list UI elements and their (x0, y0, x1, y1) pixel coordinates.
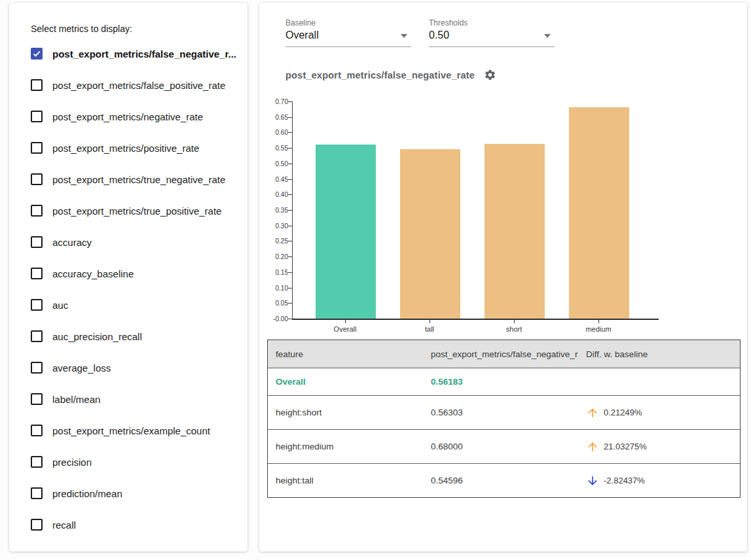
metric-option-label: label/mean (52, 394, 100, 405)
checkbox-unchecked-icon[interactable] (31, 425, 43, 436)
metric-table: feature post_export_metrics/false_negati… (267, 340, 741, 498)
bar-Overall (316, 145, 376, 319)
metric-option-11[interactable]: label/mean (31, 383, 241, 415)
checkbox-unchecked-icon[interactable] (31, 456, 43, 468)
y-axis-label: 0.60 (262, 129, 288, 136)
checkbox-unchecked-icon[interactable] (31, 79, 43, 91)
metric-option-8[interactable]: auc (31, 289, 241, 321)
table-row-height:short: height:short0.563030.21249% (268, 395, 740, 429)
checkbox-unchecked-icon[interactable] (31, 330, 43, 342)
metric-option-14[interactable]: prediction/mean (31, 478, 241, 509)
y-axis-tick (288, 241, 292, 241)
feature-cell: height:tall (268, 476, 423, 485)
thresholds-select[interactable]: Thresholds 0.50 (429, 18, 555, 47)
checkbox-unchecked-icon[interactable] (31, 268, 43, 279)
y-axis-label: 0.20 (262, 253, 288, 260)
y-axis-tick (288, 164, 292, 164)
metric-option-5[interactable]: post_export_metrics/true_positive_rate (31, 195, 241, 226)
metric-selector-title: Select metrics to display: (31, 24, 132, 34)
thresholds-select-value[interactable]: 0.50 (429, 29, 555, 47)
baseline-select[interactable]: Baseline Overall (285, 18, 411, 47)
y-axis-tick (288, 194, 292, 195)
fairness-indicators-widget: Select metrics to display: post_export_m… (0, 0, 751, 560)
metric-option-0[interactable]: post_export_metrics/false_negative_r... (31, 38, 241, 69)
bar-tall (400, 149, 460, 319)
y-axis-label: 0.40 (262, 191, 288, 198)
y-axis-label: 0.45 (262, 176, 288, 183)
arrow-down-icon (586, 474, 599, 487)
x-axis-tick (514, 320, 515, 323)
chart-x-axis (292, 319, 659, 320)
checkbox-unchecked-icon[interactable] (31, 173, 43, 185)
checkbox-unchecked-icon[interactable] (31, 362, 43, 374)
column-header-metric: post_export_metrics/false_negative_rat..… (423, 349, 578, 359)
metric-option-label: post_export_metrics/example_count (52, 425, 210, 436)
metric-option-13[interactable]: precision (31, 446, 241, 478)
metric-option-label: recall (52, 519, 76, 531)
y-axis-label: -0.00 (262, 315, 288, 323)
metric-option-15[interactable]: recall (31, 509, 241, 540)
diff-value: 0.21249% (604, 408, 642, 417)
metric-option-label: auc_precision_recall (52, 331, 142, 342)
baseline-select-value[interactable]: Overall (285, 29, 411, 47)
table-row-height:medium: height:medium0.6800021.03275% (268, 429, 740, 463)
y-axis-tick (288, 319, 292, 319)
diff-cell: -2.82437% (578, 474, 740, 487)
y-axis-label: 0.05 (262, 300, 288, 307)
metric-option-3[interactable]: post_export_metrics/positive_rate (31, 132, 241, 164)
metric-checkbox-list: post_export_metrics/false_negative_r...p… (31, 38, 241, 540)
feature-cell: height:medium (268, 442, 423, 451)
y-axis-tick (288, 256, 292, 257)
y-axis-label: 0.25 (262, 237, 288, 245)
metric-option-9[interactable]: auc_precision_recall (31, 321, 241, 352)
metric-option-label: post_export_metrics/positive_rate (52, 143, 199, 154)
x-axis-tick (598, 320, 599, 323)
table-row-height:tall: height:tall0.54596-2.82437% (268, 463, 740, 497)
chevron-down-icon (401, 34, 407, 38)
x-axis-label-short: short (475, 325, 553, 333)
y-axis-label: 0.50 (262, 160, 288, 167)
x-axis-tick (430, 320, 430, 323)
metric-selector-panel: Select metrics to display: post_export_m… (9, 3, 247, 551)
metric-option-label: post_export_metrics/false_positive_rate (52, 80, 225, 91)
metric-option-2[interactable]: post_export_metrics/negative_rate (31, 101, 241, 132)
checkbox-unchecked-icon[interactable] (31, 519, 43, 531)
metric-results-panel: Baseline Overall Thresholds 0.50 post_ex… (259, 3, 747, 551)
checkbox-unchecked-icon[interactable] (31, 393, 43, 405)
y-axis-tick (288, 288, 292, 289)
checkbox-unchecked-icon[interactable] (31, 111, 43, 122)
chart-plot-area (292, 101, 658, 319)
metric-option-7[interactable]: accuracy_baseline (31, 258, 241, 289)
y-axis-tick (288, 132, 292, 133)
gear-icon[interactable] (484, 69, 497, 82)
checkbox-unchecked-icon[interactable] (31, 205, 43, 217)
checkbox-unchecked-icon[interactable] (31, 142, 43, 154)
y-axis-tick (288, 272, 292, 273)
metric-option-label: auc (52, 300, 68, 311)
metric-option-12[interactable]: post_export_metrics/example_count (31, 415, 241, 446)
arrow-up-icon (586, 406, 599, 419)
metric-option-label: prediction/mean (52, 488, 122, 499)
bar-medium (569, 107, 629, 319)
metric-option-label: average_loss (52, 362, 111, 374)
y-axis-tick (288, 117, 292, 118)
thresholds-select-label: Thresholds (429, 18, 555, 27)
baseline-select-label: Baseline (285, 18, 411, 27)
metric-option-label: accuracy_baseline (52, 268, 134, 279)
bar-short (485, 144, 545, 319)
checkbox-unchecked-icon[interactable] (31, 487, 43, 499)
metric-option-label: post_export_metrics/true_negative_rate (52, 174, 225, 185)
checkbox-unchecked-icon[interactable] (31, 299, 43, 311)
feature-cell: Overall (268, 377, 423, 387)
metric-option-1[interactable]: post_export_metrics/false_positive_rate (31, 69, 241, 101)
metric-option-10[interactable]: average_loss (31, 352, 241, 383)
metric-option-label: post_export_metrics/false_negative_r... (52, 48, 236, 60)
checkbox-checked-icon[interactable] (31, 48, 43, 60)
checkbox-unchecked-icon[interactable] (31, 236, 43, 248)
metric-option-4[interactable]: post_export_metrics/true_negative_rate (31, 164, 241, 195)
metric-value-cell: 0.68000 (423, 442, 578, 451)
metric-option-6[interactable]: accuracy (31, 226, 241, 258)
metric-option-label: post_export_metrics/negative_rate (52, 111, 203, 122)
metric-value-cell: 0.54596 (423, 476, 578, 485)
chevron-down-icon (544, 34, 551, 38)
